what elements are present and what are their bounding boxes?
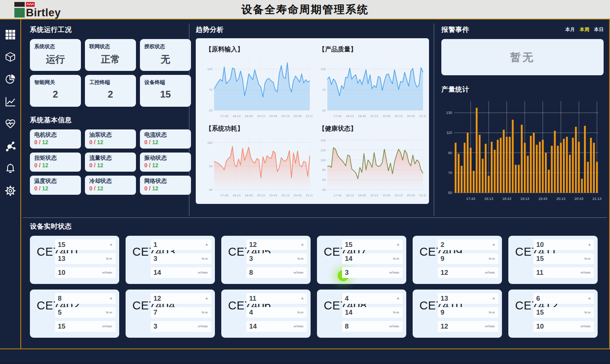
device-metric-unit: N·m: [106, 257, 112, 260]
device-metric-unit: N·m: [202, 257, 208, 260]
device-metric-row: 15 A: [342, 239, 403, 250]
device-card-CE7401[interactable]: CE7401 15 A 13 N·m 10 m³/min: [30, 236, 119, 284]
info-card: 网络状态 0 / 12: [140, 176, 191, 195]
device-card-CE7402[interactable]: CE7402 8 A 5 N·m 15 m³/min: [30, 290, 119, 338]
device-card-CE7408[interactable]: CE7408 4 A 14 N·m 8 m³/min: [317, 290, 406, 338]
device-metric-unit: N·m: [297, 257, 303, 260]
svg-text:21:13: 21:13: [419, 194, 426, 197]
cube-icon[interactable]: [5, 51, 16, 63]
svg-text:110: 110: [447, 131, 452, 135]
device-metrics: 2 A 9 N·m 12 m³/min: [438, 239, 498, 278]
device-metric-value: 14: [345, 255, 352, 263]
device-metric-row: 13 N·m: [55, 253, 116, 264]
device-metrics: 6 A 15 N·m 10 m³/min: [533, 293, 594, 332]
device-metric-value: 4: [345, 295, 348, 303]
device-metric-value: 6: [536, 295, 540, 303]
basic-info-title: 系统基本信息: [30, 115, 189, 125]
trend-chart: 【产品质量】 207012017:4318:1318:4319:1319:432…: [315, 43, 428, 122]
status-card-label: 授权状态: [144, 43, 187, 50]
health-icon[interactable]: [5, 118, 16, 129]
device-metric-value: 12: [249, 241, 257, 249]
device-metric-unit: A: [206, 243, 208, 247]
device-metric-value: 15: [58, 241, 65, 249]
info-card-count: 0 / 12: [34, 185, 77, 192]
info-card: 油泵状态 0 / 12: [85, 129, 136, 149]
status-card-label: 工控终端: [89, 79, 132, 86]
device-metric-row: 10 m³/min: [55, 267, 116, 278]
device-card-CE7406[interactable]: CE7406 11 A 4 N·m 14 m³/min: [221, 290, 311, 338]
svg-text:18:43: 18:43: [358, 114, 366, 118]
svg-text:17:43: 17:43: [334, 114, 342, 118]
device-card-CE7409[interactable]: CE7409 2 A 9 N·m 12 m³/min: [413, 236, 502, 284]
svg-text:19:13: 19:13: [520, 197, 529, 201]
alarm-title: 报警事件: [441, 25, 469, 34]
line-chart-icon[interactable]: [5, 96, 16, 107]
gear-icon[interactable]: [5, 185, 16, 196]
device-metric-row: 10 m³/min: [533, 321, 594, 332]
device-metric-row: 15 N·m: [533, 307, 594, 318]
device-metric-row: 6 A: [533, 293, 594, 304]
device-metric-value: 12: [441, 269, 448, 277]
device-card-CE7405[interactable]: CE7405 12 A 3 N·m 8 m³/min: [221, 236, 311, 284]
svg-text:20:43: 20:43: [293, 194, 302, 197]
svg-text:21:13: 21:13: [592, 197, 602, 201]
svg-text:18:13: 18:13: [232, 114, 241, 118]
svg-text:20:13: 20:13: [395, 114, 403, 118]
svg-text:140: 140: [321, 139, 326, 142]
trend-chart: 【系统功耗】 409014017:4318:1318:4319:1319:432…: [201, 122, 315, 202]
info-card-label: 振动状态: [144, 155, 187, 162]
device-card-CE7412[interactable]: CE7412 6 A 15 N·m 10 m³/min: [508, 290, 598, 338]
svg-text:120: 120: [207, 67, 213, 71]
devices-title: 设备实时状态: [30, 222, 609, 231]
device-metric-row: 10 A: [533, 239, 594, 250]
device-metric-value: 11: [249, 295, 256, 303]
trend-chart-title: 【产品质量】: [319, 45, 426, 54]
svg-text:20: 20: [322, 109, 326, 112]
status-card: 工控终端 2: [85, 75, 136, 107]
device-metric-unit: A: [588, 297, 590, 300]
status-card-label: 设备终端: [144, 79, 187, 86]
device-card-CE7407[interactable]: CE7407 15 A 14 N·m 3 m³/min: [317, 236, 406, 284]
trend-chart-title: 【原料输入】: [205, 45, 313, 54]
molecule-icon[interactable]: [5, 141, 16, 152]
device-metric-unit: A: [493, 243, 495, 247]
svg-text:20:13: 20:13: [395, 194, 403, 197]
device-card-CE7403[interactable]: CE7403 1 A 3 N·m 14 m³/min: [126, 236, 215, 284]
device-card-CE7410[interactable]: CE7410 13 A 9 N·m 12 m³/min: [413, 290, 502, 338]
alarm-tab-本月[interactable]: 本月: [565, 26, 575, 33]
device-metric-row: 1 A: [151, 239, 211, 250]
page-title: 设备全寿命周期管理系统: [0, 2, 610, 17]
bell-icon[interactable]: [5, 163, 16, 174]
svg-text:19:13: 19:13: [370, 114, 378, 118]
panel-alarm-production: 报警事件 本月本周本日 暂无 产量统计 50709011013017:4318:…: [434, 20, 609, 217]
device-metric-row: 15 N·m: [533, 253, 594, 264]
trend-chart: 【原料输入】 207012017:4318:1318:4319:1319:432…: [201, 43, 315, 122]
svg-text:50: 50: [448, 191, 452, 195]
svg-text:19:43: 19:43: [538, 197, 547, 201]
grid-icon[interactable]: [5, 29, 16, 40]
device-metric-value: 12: [441, 323, 448, 331]
info-card-label: 网络状态: [144, 178, 187, 185]
status-card-label: 智能网关: [34, 79, 77, 86]
alarm-tab-本周[interactable]: 本周: [580, 26, 589, 33]
info-card: 流量状态 0 / 12: [85, 153, 136, 172]
app-header: Birtley 设备全寿命周期管理系统: [0, 0, 610, 19]
alarm-tabs: 本月本周本日: [565, 26, 604, 33]
pie-chart-icon[interactable]: [5, 74, 16, 85]
svg-text:21:13: 21:13: [419, 114, 426, 118]
device-metric-unit: A: [397, 243, 399, 247]
system-status-cards: 系统状态 运行 联网状态 正常 授权状态 无 智能网关 2 工控终端 2 设备终…: [30, 39, 189, 107]
svg-text:20:13: 20:13: [556, 197, 565, 201]
device-card-CE7404[interactable]: CE7404 12 A 7 N·m 3 m³/min: [126, 290, 215, 338]
info-card-label: 油泵状态: [89, 131, 132, 139]
device-metric-value: 8: [58, 295, 61, 303]
device-metric-row: 11 A: [246, 293, 307, 304]
device-metric-unit: A: [301, 297, 303, 300]
svg-text:21:13: 21:13: [306, 114, 313, 118]
info-card: 电机状态 0 / 12: [30, 129, 81, 149]
sidebar: [0, 20, 21, 348]
device-metric-unit: A: [588, 243, 590, 247]
alarm-tab-本日[interactable]: 本日: [594, 26, 604, 33]
device-card-CE7411[interactable]: CE7411 10 A 15 N·m 11 m³/min: [508, 236, 598, 284]
device-metric-unit: N·m: [584, 311, 590, 314]
